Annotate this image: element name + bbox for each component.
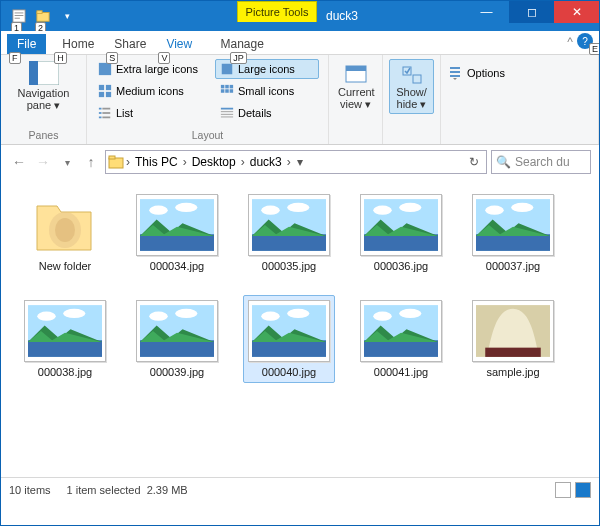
image-thumbnail xyxy=(472,194,554,256)
svg-rect-66 xyxy=(252,340,326,357)
refresh-icon[interactable]: ↻ xyxy=(464,155,484,169)
qat-customize-icon[interactable]: ▾ xyxy=(57,6,77,26)
svg-rect-18 xyxy=(225,89,229,93)
tab-home[interactable]: Home H xyxy=(52,34,104,54)
group-current-view: Current view ▾ xyxy=(329,55,383,144)
svg-rect-62 xyxy=(140,340,214,357)
status-selection: 1 item selected 2.39 MB xyxy=(67,484,188,496)
breadcrumb-segment[interactable]: This PC xyxy=(132,155,181,169)
svg-rect-74 xyxy=(485,348,541,357)
list-button[interactable]: List xyxy=(93,103,211,123)
svg-rect-5 xyxy=(37,11,42,14)
svg-rect-46 xyxy=(252,234,326,251)
svg-rect-20 xyxy=(99,108,102,110)
svg-rect-13 xyxy=(106,92,111,97)
file-item[interactable]: 000037.jpg xyxy=(467,189,559,277)
keytip: F xyxy=(9,52,21,64)
current-view-button[interactable]: Current view ▾ xyxy=(335,59,376,114)
recent-locations-button[interactable]: ▾ xyxy=(57,152,77,172)
details-button[interactable]: Details xyxy=(215,103,319,123)
thumbnails-view-icon[interactable] xyxy=(575,482,591,498)
file-item[interactable]: 000036.jpg xyxy=(355,189,447,277)
file-item[interactable]: 000035.jpg xyxy=(243,189,335,277)
svg-rect-31 xyxy=(346,66,366,71)
address-bar: ← → ▾ ↑ › This PC › Desktop › duck3 › ▾ … xyxy=(1,145,599,179)
search-input[interactable]: 🔍 Search du xyxy=(491,150,591,174)
file-item[interactable]: 000034.jpg xyxy=(131,189,223,277)
keytip: S xyxy=(106,52,118,64)
svg-rect-7 xyxy=(29,61,38,85)
up-button[interactable]: ↑ xyxy=(81,152,101,172)
image-thumbnail xyxy=(360,300,442,362)
qat-properties-icon[interactable]: 1 xyxy=(9,6,29,26)
file-name: 000036.jpg xyxy=(374,260,428,272)
image-thumbnail xyxy=(24,300,106,362)
breadcrumb-segment[interactable]: duck3 xyxy=(247,155,285,169)
svg-point-63 xyxy=(149,312,168,321)
back-button[interactable]: ← xyxy=(9,152,29,172)
file-item[interactable]: 000038.jpg xyxy=(19,295,111,383)
svg-rect-14 xyxy=(221,85,225,89)
file-item[interactable]: 000040.jpg xyxy=(243,295,335,383)
file-name: 000041.jpg xyxy=(374,366,428,378)
navigation-pane-button[interactable]: Navigation pane ▾ xyxy=(7,59,80,112)
file-item[interactable]: sample.jpg xyxy=(467,295,559,383)
breadcrumb[interactable]: › This PC › Desktop › duck3 › ▾ ↻ xyxy=(105,150,487,174)
group-label xyxy=(447,141,592,143)
minimize-button[interactable]: — xyxy=(464,1,509,23)
medium-icons-button[interactable]: Medium icons xyxy=(93,81,211,101)
window-title: duck3 xyxy=(326,1,358,31)
details-view-icon[interactable] xyxy=(555,482,571,498)
image-thumbnail xyxy=(472,300,554,362)
svg-point-44 xyxy=(175,203,197,212)
file-item[interactable]: 000039.jpg xyxy=(131,295,223,383)
breadcrumb-dropdown-icon[interactable]: ▾ xyxy=(293,155,307,169)
folder-icon xyxy=(31,194,99,256)
status-view-switcher xyxy=(555,482,591,498)
file-item[interactable]: 000041.jpg xyxy=(355,295,447,383)
svg-rect-15 xyxy=(225,85,229,89)
tab-file[interactable]: File F xyxy=(7,34,46,54)
svg-rect-2 xyxy=(15,15,24,16)
keytip: JP xyxy=(230,52,247,64)
tab-manage[interactable]: Manage JP xyxy=(202,34,282,54)
svg-rect-33 xyxy=(413,75,421,83)
maximize-button[interactable]: ◻ xyxy=(509,1,554,23)
group-label: Layout xyxy=(93,129,322,143)
svg-rect-23 xyxy=(102,112,110,114)
small-icons-button[interactable]: Small icons xyxy=(215,81,319,101)
forward-button[interactable]: → xyxy=(33,152,53,172)
qat-newfolder-icon[interactable]: 2 xyxy=(33,6,53,26)
svg-rect-36 xyxy=(450,75,460,77)
folder-icon xyxy=(108,154,124,170)
show-hide-button[interactable]: Show/ hide ▾ xyxy=(389,59,434,114)
breadcrumb-segment[interactable]: Desktop xyxy=(189,155,239,169)
tab-view[interactable]: View V xyxy=(156,34,202,54)
help-icon[interactable]: ? E xyxy=(577,33,593,49)
svg-point-43 xyxy=(149,206,168,215)
title-bar: 1 2 ▾ Picture Tools duck3 — ◻ ✕ xyxy=(1,1,599,31)
status-item-count: 10 items xyxy=(9,484,51,496)
collapse-ribbon-icon[interactable]: ^ xyxy=(567,35,573,49)
file-item[interactable]: New folder xyxy=(19,189,111,277)
group-label xyxy=(389,141,434,143)
file-name: 000038.jpg xyxy=(38,366,92,378)
svg-rect-27 xyxy=(221,111,233,112)
image-thumbnail xyxy=(248,194,330,256)
options-button[interactable]: Options xyxy=(447,59,592,81)
svg-rect-25 xyxy=(102,117,110,119)
close-button[interactable]: ✕ xyxy=(554,1,599,23)
svg-rect-8 xyxy=(99,63,111,75)
svg-rect-3 xyxy=(15,18,20,19)
svg-rect-24 xyxy=(99,117,102,119)
svg-point-67 xyxy=(261,312,280,321)
keytip: V xyxy=(158,52,170,64)
image-thumbnail xyxy=(248,300,330,362)
svg-rect-17 xyxy=(221,89,225,93)
group-layout: Extra large icons Large icons Medium ico… xyxy=(87,55,329,144)
group-options: Options xyxy=(441,55,599,144)
tab-share[interactable]: Share S xyxy=(104,34,156,54)
file-grid[interactable]: New folder000034.jpg000035.jpg000036.jpg… xyxy=(1,179,599,477)
svg-rect-9 xyxy=(222,64,233,75)
image-thumbnail xyxy=(136,194,218,256)
